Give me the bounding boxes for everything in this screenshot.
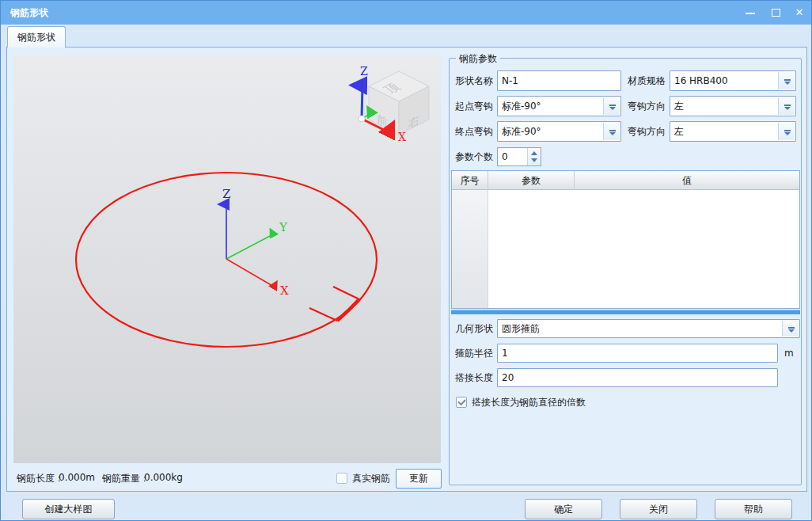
start-hook-dir-value: 左 — [674, 97, 776, 116]
viewport-status-row: 钢筋长度： 0.000m 钢筋重量： 0.000kg 真实钢筋 更新 — [13, 467, 441, 489]
update-button[interactable]: 更新 — [396, 469, 442, 489]
panel-splitter[interactable] — [451, 310, 800, 314]
hook-end — [333, 287, 359, 299]
close-button[interactable]: ✕ — [786, 1, 812, 25]
help-button[interactable]: 帮助 — [715, 499, 792, 519]
end-hook-dir-select[interactable]: 左 — [670, 121, 796, 142]
dropdown-arrow-icon[interactable] — [778, 123, 795, 140]
end-hook-select[interactable]: 标准-90° — [497, 121, 621, 142]
axis-triad: Z Y X — [222, 187, 289, 298]
column-header-index[interactable]: 序号 — [452, 171, 488, 190]
lap-multiple-checkbox[interactable] — [456, 397, 467, 408]
end-hook-dir-label: 弯钩方向 — [628, 121, 666, 142]
start-hook-select[interactable]: 标准-90° — [497, 96, 621, 116]
nav-cube[interactable]: 顶 前 右 — [369, 71, 429, 135]
param-count-label: 参数个数 — [455, 146, 493, 167]
window-title: 钢筋形状 — [10, 1, 48, 25]
start-hook-value: 标准-90° — [502, 97, 601, 116]
maximize-button[interactable] — [762, 1, 789, 25]
dropdown-arrow-icon[interactable] — [778, 72, 795, 89]
material-spec-value: 16 HRB400 — [674, 71, 776, 90]
real-rebar-checkbox[interactable] — [336, 473, 347, 484]
lap-length-label: 搭接长度 — [455, 368, 493, 387]
lap-length-input[interactable]: 20 — [497, 368, 778, 387]
rebar-params-group: 钢筋参数 形状名称 N-1 材质规格 16 HRB400 起点弯钩 标准-90°… — [449, 58, 802, 485]
row-header-column — [452, 190, 488, 308]
shape-name-label: 形状名称 — [455, 70, 493, 91]
geo-shape-select[interactable]: 圆形箍筋 — [497, 319, 800, 338]
create-detail-drawing-button[interactable]: 创建大样图 — [22, 499, 115, 519]
cube-axis-x-label: X — [398, 131, 406, 143]
param-count-value: 0 — [502, 148, 508, 165]
dropdown-arrow-icon[interactable] — [778, 97, 795, 115]
axis-z-label: Z — [222, 187, 230, 201]
footer: 创建大样图 确定 关闭 帮助 — [1, 492, 812, 521]
maximize-icon — [772, 9, 780, 17]
table-header: 序号 参数 值 — [452, 171, 799, 190]
stepper-buttons[interactable] — [527, 148, 541, 165]
minimize-icon — [746, 13, 755, 14]
tab-page: Z Y X 顶 前 右 — [6, 47, 807, 492]
dropdown-arrow-icon[interactable] — [782, 321, 799, 337]
minimize-button[interactable] — [737, 1, 764, 25]
end-hook-label: 终点弯钩 — [455, 121, 493, 142]
viewport-canvas: Z Y X 顶 前 右 — [13, 55, 441, 463]
stirrup-radius-input[interactable]: 1 — [497, 344, 778, 363]
lap-segment — [337, 299, 359, 321]
shape-name-input[interactable]: N-1 — [497, 70, 621, 91]
rebar-length-value: 0.000m — [59, 472, 95, 483]
hook-start — [309, 308, 337, 321]
end-hook-dir-value: 左 — [674, 122, 776, 141]
ok-button[interactable]: 确定 — [525, 499, 602, 519]
stirrup-radius-unit: m — [784, 344, 794, 363]
stirrup-radius-label: 箍筋半径 — [455, 344, 493, 363]
start-hook-label: 起点弯钩 — [455, 96, 493, 116]
tab-rebar-shape[interactable]: 钢筋形状 — [7, 26, 66, 48]
material-spec-select[interactable]: 16 HRB400 — [670, 70, 796, 91]
start-hook-dir-label: 弯钩方向 — [628, 96, 666, 116]
real-rebar-label: 真实钢筋 — [352, 472, 390, 485]
close-dialog-button[interactable]: 关闭 — [620, 499, 697, 519]
param-count-stepper[interactable]: 0 — [497, 147, 541, 166]
start-hook-dir-select[interactable]: 左 — [670, 96, 796, 116]
viewport-3d[interactable]: Z Y X 顶 前 右 — [13, 55, 441, 463]
parameter-table[interactable]: 序号 参数 值 — [451, 170, 800, 309]
group-title: 钢筋参数 — [456, 52, 500, 66]
lap-multiple-label: 搭接长度为钢筋直径的倍数 — [472, 392, 586, 413]
rebar-shape-dialog: 钢筋形状 ✕ 钢筋形状 — [0, 0, 812, 521]
rebar-weight-label: 钢筋重量： — [102, 472, 150, 485]
material-spec-label: 材质规格 — [628, 70, 666, 91]
rebar-weight-value: 0.000kg — [144, 472, 183, 483]
stepper-up-icon[interactable] — [531, 151, 537, 155]
titlebar: 钢筋形状 ✕ — [1, 1, 812, 25]
dropdown-arrow-icon[interactable] — [603, 97, 620, 115]
axis-x-label: X — [280, 283, 289, 298]
column-header-parameter[interactable]: 参数 — [488, 171, 575, 190]
end-hook-value: 标准-90° — [502, 122, 601, 141]
geo-shape-label: 几何形状 — [455, 319, 493, 338]
geo-shape-value: 圆形箍筋 — [502, 320, 780, 337]
axis-y-label: Y — [279, 220, 288, 234]
cube-axis-z-label: Z — [360, 65, 368, 78]
column-header-value[interactable]: 值 — [575, 171, 799, 190]
rebar-length-label: 钢筋长度： — [17, 472, 64, 485]
stepper-down-icon[interactable] — [531, 158, 537, 162]
dropdown-arrow-icon[interactable] — [603, 123, 620, 140]
